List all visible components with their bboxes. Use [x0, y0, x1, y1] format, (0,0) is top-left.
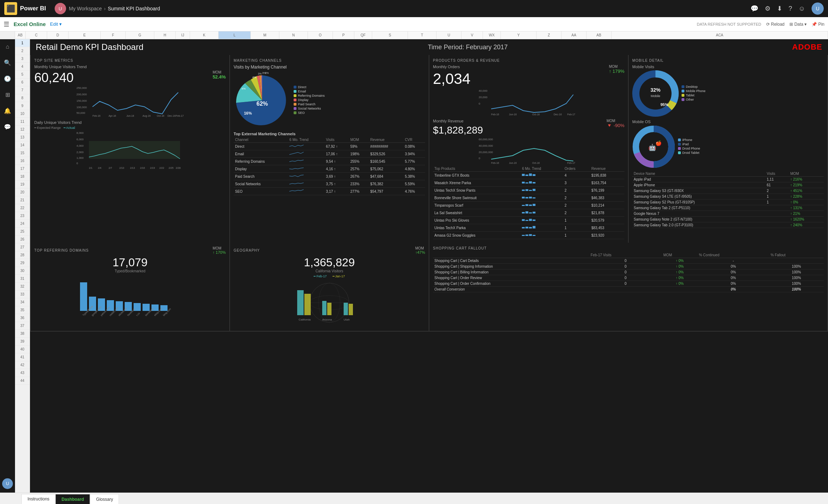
- col-Y[interactable]: Y: [501, 31, 537, 39]
- row-num-10[interactable]: 10: [15, 110, 30, 118]
- col-L[interactable]: L: [219, 31, 251, 39]
- col-M[interactable]: M: [251, 31, 279, 39]
- settings-icon[interactable]: ⚙: [765, 5, 770, 12]
- row-num-7[interactable]: 7: [15, 86, 30, 94]
- sidebar-apps-icon[interactable]: ⊞: [4, 90, 11, 100]
- row-num-36[interactable]: 36: [15, 314, 30, 322]
- col-ACA[interactable]: ACA: [612, 31, 828, 39]
- reload-button[interactable]: ⟳ Reload: [766, 22, 784, 27]
- col-QF[interactable]: QF: [354, 31, 372, 39]
- tab-dashboard[interactable]: Dashboard: [55, 494, 90, 504]
- col-Z[interactable]: Z: [537, 31, 562, 39]
- hamburger-icon[interactable]: ☰: [4, 20, 9, 28]
- row-num-8[interactable]: 8: [15, 94, 30, 102]
- col-AB[interactable]: AB: [15, 31, 26, 39]
- row-num-3[interactable]: 3: [15, 55, 30, 63]
- row-num-15[interactable]: 15: [15, 149, 30, 157]
- col-K[interactable]: K: [190, 31, 219, 39]
- col-V[interactable]: V: [462, 31, 483, 39]
- svg-text:0: 0: [76, 162, 78, 165]
- row-num-9[interactable]: 9: [15, 102, 30, 110]
- row-num-20[interactable]: 20: [15, 188, 30, 196]
- row-num-26[interactable]: 26: [15, 236, 30, 243]
- row-num-13[interactable]: 13: [15, 133, 30, 141]
- row-num-27[interactable]: 27: [15, 243, 30, 251]
- sidebar-chat-icon[interactable]: 💬: [3, 122, 13, 132]
- row-num-38[interactable]: 38: [15, 330, 30, 338]
- row-num-30[interactable]: 30: [15, 267, 30, 275]
- row-num-16[interactable]: 16: [15, 157, 30, 165]
- row-num-17[interactable]: 17: [15, 165, 30, 173]
- edit-button[interactable]: Edit ▾: [50, 21, 62, 27]
- col-U[interactable]: U: [437, 31, 462, 39]
- row-num-44[interactable]: 44: [15, 377, 30, 385]
- sidebar-notify-icon[interactable]: 🔔: [3, 106, 13, 116]
- row-num-14[interactable]: 14: [15, 141, 30, 149]
- row-num-19[interactable]: 19: [15, 181, 30, 188]
- sidebar-home-icon[interactable]: ⌂: [4, 42, 11, 51]
- row-num-41[interactable]: 41: [15, 353, 30, 361]
- col-WX[interactable]: WX: [483, 31, 501, 39]
- row-num-39[interactable]: 39: [15, 338, 30, 346]
- sidebar-user-avatar[interactable]: U: [2, 478, 13, 489]
- svg-rect-59: [533, 182, 535, 183]
- row-num-31[interactable]: 31: [15, 275, 30, 283]
- col-H[interactable]: H: [154, 31, 176, 39]
- col-D[interactable]: D: [47, 31, 69, 39]
- row-num-35[interactable]: 35: [15, 306, 30, 314]
- th-device-name: Device Name: [632, 171, 765, 177]
- col-N[interactable]: N: [279, 31, 308, 39]
- col-F[interactable]: F: [101, 31, 126, 39]
- col-AB2[interactable]: AB: [587, 31, 612, 39]
- table-row: Samsung Galaxy Note 2 (GT-N7100)↑ 1620%: [632, 217, 824, 222]
- row-num-25[interactable]: 25: [15, 228, 30, 236]
- data-button[interactable]: ⊞ Data ▾: [789, 22, 807, 27]
- col-AA[interactable]: AA: [562, 31, 587, 39]
- row-num-5[interactable]: 5: [15, 71, 30, 79]
- col-P[interactable]: P: [333, 31, 354, 39]
- sidebar-recent-icon[interactable]: 🕐: [3, 74, 13, 84]
- row-num-11[interactable]: 11: [15, 118, 30, 126]
- user-avatar-top[interactable]: U: [812, 2, 824, 15]
- row-num-12[interactable]: 12: [15, 126, 30, 133]
- col-O[interactable]: O: [308, 31, 333, 39]
- help-icon[interactable]: ?: [789, 5, 792, 12]
- col-IJ[interactable]: IJ: [176, 31, 190, 39]
- row-num-32[interactable]: 32: [15, 283, 30, 291]
- user-avatar[interactable]: U: [55, 3, 66, 14]
- tab-instructions[interactable]: Instructions: [21, 494, 55, 504]
- row-num-34[interactable]: 34: [15, 298, 30, 306]
- row-num-24[interactable]: 24: [15, 220, 30, 228]
- row-num-43[interactable]: 43: [15, 369, 30, 377]
- row-num-29[interactable]: 29: [15, 259, 30, 267]
- col-C[interactable]: C: [26, 31, 47, 39]
- svg-rect-61: [525, 189, 528, 191]
- col-G[interactable]: G: [126, 31, 154, 39]
- emoji-icon[interactable]: ☺: [799, 5, 805, 12]
- col-E[interactable]: E: [69, 31, 101, 39]
- row-num-42[interactable]: 42: [15, 361, 30, 369]
- pin-button[interactable]: 📌 Pin: [812, 22, 824, 27]
- col-T[interactable]: T: [408, 31, 437, 39]
- row-num-4[interactable]: 4: [15, 63, 30, 71]
- download-icon[interactable]: ⬇: [777, 5, 782, 12]
- col-S[interactable]: S: [372, 31, 408, 39]
- row-num-18[interactable]: 18: [15, 173, 30, 181]
- tab-glossary[interactable]: Glossary: [90, 494, 119, 504]
- row-num-40[interactable]: 40: [15, 346, 30, 353]
- breadcrumb-home[interactable]: My Workspace: [69, 6, 102, 11]
- row-num-6[interactable]: 6: [15, 79, 30, 86]
- svg-text:1,000: 1,000: [76, 156, 84, 160]
- row-num-28[interactable]: 28: [15, 251, 30, 259]
- svg-text:62%: 62%: [256, 101, 268, 107]
- row-num-37[interactable]: 37: [15, 322, 30, 330]
- row-num-2[interactable]: 2: [15, 47, 30, 55]
- row-num-1[interactable]: 1: [15, 39, 30, 47]
- row-num-23[interactable]: 23: [15, 212, 30, 220]
- row-num-33[interactable]: 33: [15, 291, 30, 298]
- comment-icon[interactable]: 💬: [750, 5, 758, 12]
- svg-text:Oct-16: Oct-16: [532, 162, 540, 164]
- sidebar-search-icon[interactable]: 🔍: [3, 58, 13, 67]
- row-num-22[interactable]: 22: [15, 204, 30, 212]
- row-num-21[interactable]: 21: [15, 196, 30, 204]
